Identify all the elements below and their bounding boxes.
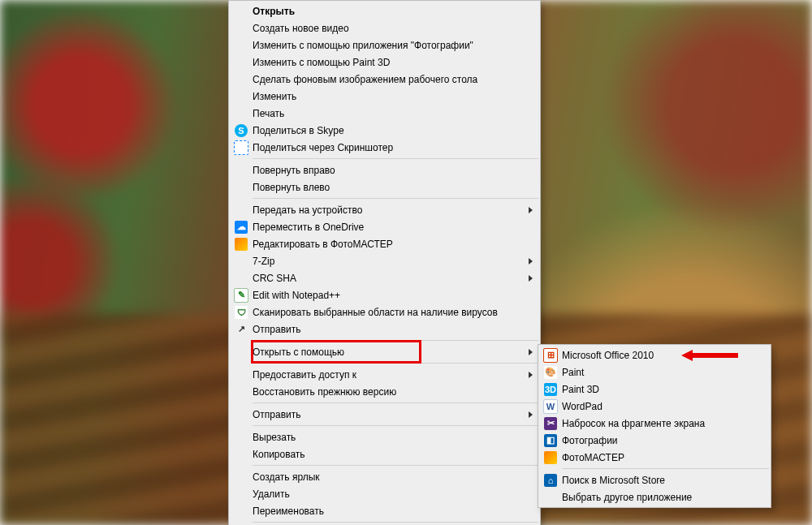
menu-item-send-to[interactable]: Отправить [230,406,539,423]
menu-item-icon-cell: 🛡 [230,303,253,321]
submenu-arrow-icon [529,275,533,282]
menu-item-edit[interactable]: Изменить [230,88,539,105]
menu-item-icon-cell: ◧ [539,432,562,449]
menu-item-icon-cell [230,161,253,179]
menu-item-label: Отправить [253,324,515,335]
menu-item-label: Поделиться в Skype [253,125,515,136]
menu-item-label: Переименовать [253,506,515,517]
submenu-arrow-icon [529,372,533,378]
menu-item-print[interactable]: Печать [230,105,539,122]
menu-item-icon-cell [230,19,253,37]
menu-item-rotate-left[interactable]: Повернуть влево [230,179,539,196]
menu-item-open-with[interactable]: Открыть с помощью [230,343,539,360]
menu-item-label: Microsoft Office 2010 [562,350,745,361]
menu-item-label: Изменить [253,91,515,102]
menu-item-icon-cell: ✎ [230,286,253,303]
photos-icon: ◧ [544,434,557,447]
menu-item-icon-cell: S [230,122,253,139]
menu-item-scan-virus[interactable]: 🛡Сканировать выбранные области на наличи… [230,303,539,321]
menu-item-label: Сделать фоновым изображением рабочего ст… [253,74,515,85]
menu-item-label: Сканировать выбранные области на наличие… [253,307,515,318]
menu-item-label: Фотографии [562,435,745,446]
menu-item-label: ФотоМАСТЕР [562,452,745,463]
menu-item-icon-cell [230,2,253,19]
menu-item-label: Paint [562,367,745,378]
submenu-arrow-icon [529,411,533,418]
menu-item-fotomaster-app[interactable]: ФотоМАСТЕР [539,449,770,466]
menu-item-photos[interactable]: ◧Фотографии [539,432,770,449]
menu-item-icon-cell [230,179,253,196]
menu-item-label: Изменить с помощью приложения "Фотографи… [253,40,515,51]
menu-item-icon-cell [230,252,253,269]
menu-item-7zip[interactable]: 7-Zip [230,252,539,269]
menu-item-icon-cell [230,105,253,122]
screenshoter-icon [234,140,248,155]
menu-item-label: Выбрать другое приложение [562,492,745,503]
menu-item-create-shortcut[interactable]: Создать ярлык [230,468,539,485]
menu-item-paint[interactable]: 🎨Paint [539,364,770,381]
fotomaster-icon [235,238,248,251]
menu-item-icon-cell [230,71,253,88]
menu-item-icon-cell [230,502,253,519]
menu-item-edit-fotomaster[interactable]: Редактировать в ФотоМАСТЕР [230,235,539,252]
menu-item-label: Открыть с помощью [253,346,515,358]
menu-item-icon-cell [539,488,562,506]
msoffice-icon: ⊞ [543,348,558,363]
menu-item-rotate-right[interactable]: Повернуть вправо [230,161,539,179]
menu-item-label: Edit with Notepad++ [253,290,515,301]
menu-item-edit-paint3d[interactable]: Изменить с помощью Paint 3D [230,54,539,71]
fotomaster-icon [544,451,557,464]
menu-item-snip[interactable]: ✂Набросок на фрагменте экрана [539,415,770,432]
menu-separator [253,402,538,403]
menu-item-rename[interactable]: Переименовать [230,502,539,519]
paint3d-icon: 3D [544,383,557,396]
skype-icon: S [235,124,248,137]
menu-item-label: Предоставить доступ к [253,369,515,381]
menu-item-paint3d[interactable]: 3DPaint 3D [539,381,770,398]
menu-item-label: Копировать [253,449,515,460]
menu-separator [562,468,769,469]
msstore-icon: ⌂ [544,474,557,487]
menu-item-label: Удалить [253,488,515,500]
menu-separator [253,158,538,159]
menu-item-label: Вырезать [253,432,515,443]
submenu-arrow-icon [529,349,533,355]
menu-item-icon-cell [230,406,253,423]
menu-item-label: Переместить в OneDrive [253,222,515,233]
antivirus-icon: 🛡 [235,306,248,319]
menu-item-icon-cell: ✂ [539,415,562,432]
menu-item-copy[interactable]: Копировать [230,445,539,463]
menu-item-label: Paint 3D [562,384,745,395]
menu-item-restore-previous[interactable]: Восстановить прежнюю версию [230,383,539,400]
menu-item-label: Набросок на фрагменте экрана [562,418,745,429]
context-menu-open-with: ⊞Microsoft Office 2010🎨Paint3DPaint 3DWW… [538,344,771,508]
menu-item-delete[interactable]: Удалить [230,485,539,502]
menu-item-icon-cell [230,343,253,360]
notepadpp-icon: ✎ [234,288,248,303]
menu-item-set-wallpaper[interactable]: Сделать фоновым изображением рабочего ст… [230,71,539,88]
menu-item-label: Открыть [253,6,515,17]
menu-item-icon-cell [230,485,253,502]
menu-item-share-skype[interactable]: SПоделиться в Skype [230,122,539,139]
menu-item-label: Редактировать в ФотоМАСТЕР [253,239,515,250]
menu-item-choose-other[interactable]: Выбрать другое приложение [539,488,770,506]
wordpad-icon: W [543,399,558,414]
menu-item-icon-cell [230,428,253,445]
menu-item-cut[interactable]: Вырезать [230,428,539,445]
menu-item-wordpad[interactable]: WWordPad [539,398,770,415]
menu-item-edit-photos-app[interactable]: Изменить с помощью приложения "Фотографи… [230,37,539,54]
menu-item-create-video[interactable]: Создать новое видео [230,19,539,37]
menu-item-move-onedrive[interactable]: ☁Переместить в OneDrive [230,218,539,235]
menu-item-open[interactable]: Открыть [230,2,539,19]
menu-item-crc-sha[interactable]: CRC SHA [230,269,539,286]
menu-item-ms-office-2010[interactable]: ⊞Microsoft Office 2010 [539,346,770,364]
menu-item-icon-cell [230,139,253,156]
menu-item-edit-notepadpp[interactable]: ✎Edit with Notepad++ [230,286,539,303]
menu-item-share-screenshoter[interactable]: Поделиться через Скриншотер [230,139,539,156]
menu-item-give-access[interactable]: Предоставить доступ к [230,366,539,383]
menu-item-icon-cell [230,468,253,485]
menu-item-search-store[interactable]: ⌂Поиск в Microsoft Store [539,471,770,488]
menu-item-share[interactable]: ↗Отправить [230,321,539,338]
menu-item-cast-to-device[interactable]: Передать на устройство [230,201,539,218]
menu-item-icon-cell: ⌂ [539,471,562,488]
